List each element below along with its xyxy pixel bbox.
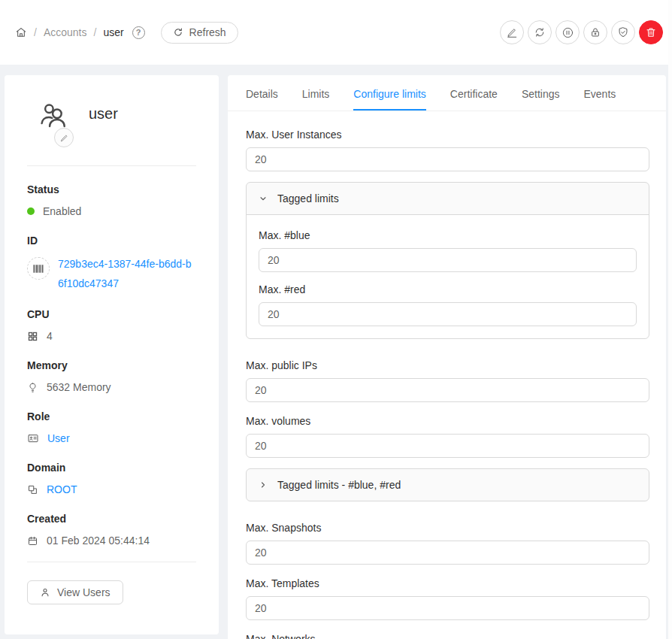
max-volumes-field: Max. volumes <box>246 413 649 458</box>
max-blue-label: Max. #blue <box>259 227 637 244</box>
question-circle-icon[interactable]: ? <box>132 26 145 39</box>
status-dot <box>27 207 35 215</box>
cpu-value: 4 <box>47 328 53 344</box>
created-label: Created <box>27 510 196 527</box>
max-blue-field: Max. #blue <box>259 227 637 272</box>
user-icon <box>40 587 50 598</box>
max-user-instances-field: Max. User Instances <box>246 126 649 171</box>
status-badge: Enabled <box>43 203 81 220</box>
tab-details[interactable]: Details <box>246 75 278 111</box>
view-users-button-label: View Users <box>57 586 110 598</box>
max-networks-label: Max. Networks <box>246 631 649 639</box>
account-header: user <box>5 98 219 153</box>
memory-label: Memory <box>27 357 196 374</box>
home-icon[interactable] <box>15 26 27 38</box>
tab-configure-limits[interactable]: Configure limits <box>353 75 425 111</box>
tagged-limits-panel-header[interactable]: Tagged limits <box>247 183 649 214</box>
max-templates-field: Max. Templates <box>246 575 649 620</box>
max-volumes-label: Max. volumes <box>246 413 649 429</box>
shield-check-icon <box>617 26 629 38</box>
tagged-limits-panel: Tagged limits Max. #blue Max. #red <box>246 182 649 339</box>
view-users-button[interactable]: View Users <box>27 580 123 604</box>
bulb-icon <box>27 382 38 393</box>
memory-block: Memory 5632 Memory <box>5 357 219 395</box>
domain-label: Domain <box>27 459 196 476</box>
domain-block: Domain ROOT <box>5 459 219 498</box>
max-blue-input[interactable] <box>259 248 637 272</box>
role-block: Role User <box>5 408 219 447</box>
breadcrumb-item-user: user <box>103 26 123 38</box>
max-red-field: Max. #red <box>259 281 637 326</box>
role-label: Role <box>27 408 196 425</box>
tagged-limits-collapsed-panel: Tagged limits - #blue, #red <box>246 468 649 501</box>
action-toolbar <box>500 20 663 44</box>
edit-avatar-button[interactable] <box>54 128 74 147</box>
max-snapshots-field: Max. Snapshots <box>246 519 649 565</box>
domain-link[interactable]: ROOT <box>47 481 77 498</box>
delete-account-button[interactable] <box>639 20 663 44</box>
memory-value: 5632 Memory <box>47 379 111 395</box>
created-value: 01 Feb 2024 05:44:14 <box>47 532 150 549</box>
refresh-button[interactable]: Refresh <box>161 22 238 44</box>
divider <box>27 562 196 562</box>
trash-icon <box>645 26 657 38</box>
status-label: Status <box>27 181 196 198</box>
team-icon <box>38 99 69 131</box>
max-networks-field: Max. Networks <box>246 631 649 639</box>
max-snapshots-input[interactable] <box>246 541 649 565</box>
tab-certificate[interactable]: Certificate <box>450 75 498 111</box>
cpu-label: CPU <box>27 306 196 323</box>
max-public-ips-input[interactable] <box>246 378 649 402</box>
id-block: ID 729b3ec4-1387-44fe-b6dd-b6f10dc47347 <box>5 232 219 293</box>
reload-icon <box>173 27 183 38</box>
tab-bar: Details Limits Configure limits Certific… <box>228 75 666 111</box>
tab-limits[interactable]: Limits <box>302 75 330 111</box>
max-user-instances-label: Max. User Instances <box>246 126 649 143</box>
role-link[interactable]: User <box>47 430 70 447</box>
disable-account-button[interactable] <box>555 20 580 44</box>
breadcrumb-separator: / <box>34 26 37 38</box>
id-label: ID <box>27 232 196 249</box>
verify-account-button[interactable] <box>611 20 635 44</box>
breadcrumb-separator: / <box>93 26 96 38</box>
header-bar: / Accounts / user ? Refresh <box>0 0 672 65</box>
sync-icon <box>534 26 546 38</box>
edit-icon <box>506 26 518 38</box>
max-red-label: Max. #red <box>259 281 637 298</box>
barcode-icon <box>27 257 50 280</box>
cpu-block: CPU 4 <box>5 306 219 344</box>
tab-events[interactable]: Events <box>583 75 616 111</box>
account-detail-card: Details Limits Configure limits Certific… <box>228 75 666 639</box>
max-user-instances-input[interactable] <box>246 147 649 171</box>
breadcrumb-item-accounts[interactable]: Accounts <box>44 26 87 38</box>
configure-limits-form: Max. User Instances Tagged limits Max. #… <box>228 111 666 639</box>
tagged-limits-panel-title: Tagged limits <box>277 190 339 207</box>
tagged-limits-collapsed-panel-title: Tagged limits - #blue, #red <box>277 477 401 493</box>
pause-circle-icon <box>562 26 574 39</box>
account-name: user <box>89 105 118 153</box>
max-snapshots-label: Max. Snapshots <box>246 519 649 536</box>
appstore-icon <box>27 331 38 342</box>
tagged-limits-collapsed-panel-header[interactable]: Tagged limits - #blue, #red <box>247 469 649 501</box>
max-red-input[interactable] <box>259 302 637 326</box>
max-volumes-input[interactable] <box>246 434 649 458</box>
scrollbar[interactable] <box>668 0 672 639</box>
lock-account-button[interactable] <box>583 20 607 44</box>
max-templates-label: Max. Templates <box>246 575 649 592</box>
calendar-icon <box>27 535 38 547</box>
update-resource-count-button[interactable] <box>528 20 552 44</box>
edit-account-button[interactable] <box>500 20 524 44</box>
breadcrumb: / Accounts / user ? Refresh <box>15 22 238 44</box>
max-templates-input[interactable] <box>246 596 649 620</box>
divider <box>27 165 196 166</box>
main-content: user Status Enabled ID 729b3ec4-1387-44f… <box>0 65 672 639</box>
max-public-ips-field: Max. public IPs <box>246 357 649 402</box>
tab-settings[interactable]: Settings <box>522 75 560 111</box>
account-id-link[interactable]: 729b3ec4-1387-44fe-b6dd-b6f10dc47347 <box>58 254 196 293</box>
pencil-icon <box>59 133 69 143</box>
status-block: Status Enabled <box>5 181 219 220</box>
refresh-button-label: Refresh <box>189 26 226 38</box>
idcard-icon <box>27 432 39 444</box>
max-public-ips-label: Max. public IPs <box>246 357 649 374</box>
created-block: Created 01 Feb 2024 05:44:14 <box>5 510 219 549</box>
